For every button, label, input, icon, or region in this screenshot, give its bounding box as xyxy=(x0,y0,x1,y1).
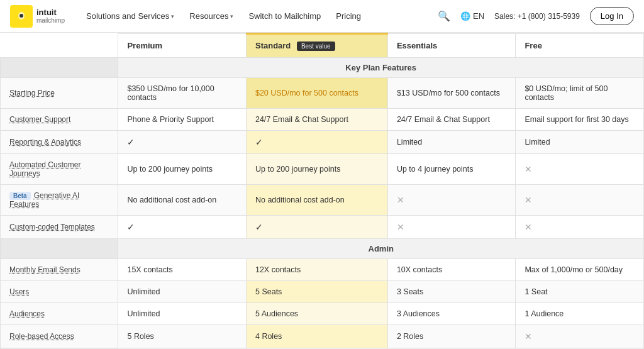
pricing-table: Premium Standard Best value Essentials F… xyxy=(0,33,644,349)
standard-cell: 5 Seats xyxy=(246,281,387,303)
nav-switch[interactable]: Switch to Mailchimp xyxy=(242,8,327,25)
login-button[interactable]: Log In xyxy=(590,7,634,25)
highlight-value: $20 USD/mo for 500 contacts xyxy=(255,89,358,97)
pricing-table-wrapper: Premium Standard Best value Essentials F… xyxy=(0,33,644,349)
cell-value: 1 Audience xyxy=(525,309,564,318)
table-row: Role-based Access5 Roles4 Roles2 Roles✕ xyxy=(1,325,644,348)
standard-cell: 5 Audiences xyxy=(246,303,387,325)
nav-solutions[interactable]: Solutions and Services ▾ xyxy=(80,8,180,25)
feature-label: Monthly Email Sends xyxy=(9,265,80,274)
standard-cell: 12X contacts xyxy=(246,259,387,281)
premium-cell: 15X contacts xyxy=(118,259,247,281)
feature-label: Automated Customer Journeys xyxy=(9,160,80,178)
cell-value: Max of 1,000/mo or 500/day xyxy=(525,265,623,274)
feature-cell: BetaGenerative AI Features xyxy=(1,185,118,216)
chevron-down-icon: ▾ xyxy=(171,13,174,19)
globe-icon[interactable]: 🌐 EN xyxy=(460,11,484,21)
free-cell: Email support for first 30 days xyxy=(516,109,644,131)
free-cell: 1 Seat xyxy=(516,281,644,303)
essentials-cell: 24/7 Email & Chat Support xyxy=(387,109,516,131)
cell-value: Up to 4 journey points xyxy=(397,165,474,174)
cell-value: 12X contacts xyxy=(255,265,301,274)
best-value-badge: Best value xyxy=(297,42,335,51)
feature-cell: Customer Support xyxy=(1,109,118,131)
cell-value: 5 Roles xyxy=(127,332,153,341)
premium-cell: $350 USD/mo for 10,000 contacts xyxy=(118,78,247,109)
feature-label: Audiences xyxy=(9,309,45,318)
section-header-1: Admin xyxy=(1,239,644,259)
section-title: Admin xyxy=(118,239,644,259)
check-icon: ✓ xyxy=(127,222,135,232)
premium-cell: ✓ xyxy=(118,216,247,239)
column-header-premium: Premium xyxy=(118,34,247,58)
search-icon[interactable]: 🔍 xyxy=(438,10,450,22)
feature-label: Starting Price xyxy=(9,89,55,97)
section-header-spacer xyxy=(1,58,118,78)
cross-icon: ✕ xyxy=(525,195,532,205)
standard-cell: 24/7 Email & Chat Support xyxy=(246,109,387,131)
sales-number: Sales: +1 (800) 315-5939 xyxy=(494,12,580,21)
premium-cell: Unlimited xyxy=(118,303,247,325)
cell-value: 2 Roles xyxy=(397,332,423,341)
cross-icon: ✕ xyxy=(525,222,532,232)
premium-cell: Up to 200 journey points xyxy=(118,154,247,185)
table-row: Reporting & Analytics✓✓LimitedLimited xyxy=(1,131,644,154)
table-row: Automated Customer JourneysUp to 200 jou… xyxy=(1,154,644,185)
standard-cell: Up to 200 journey points xyxy=(246,154,387,185)
free-cell: ✕ xyxy=(516,325,644,348)
essentials-cell: Limited xyxy=(387,131,516,154)
beta-badge: Beta xyxy=(9,192,31,200)
check-icon: ✓ xyxy=(255,137,263,147)
cell-value: 1 Seat xyxy=(525,287,547,296)
section-header-spacer xyxy=(1,239,118,259)
feature-cell: Custom-coded Templates xyxy=(1,216,118,239)
essentials-cell: 2 Roles xyxy=(387,325,516,348)
nav-resources[interactable]: Resources ▾ xyxy=(183,8,240,25)
column-header-feature xyxy=(1,34,118,58)
feature-cell: Starting Price xyxy=(1,78,118,109)
feature-cell: Automated Customer Journeys xyxy=(1,154,118,185)
cell-value: 5 Seats xyxy=(255,287,282,296)
feature-label: Role-based Access xyxy=(9,332,74,341)
cell-value: Unlimited xyxy=(127,309,160,318)
cell-value: 10X contacts xyxy=(397,265,442,274)
cell-value: 24/7 Email & Chat Support xyxy=(255,115,348,124)
essentials-cell: Up to 4 journey points xyxy=(387,154,516,185)
cell-value: Limited xyxy=(525,138,550,147)
cell-value: 15X contacts xyxy=(127,265,172,274)
cell-value: Unlimited xyxy=(127,287,160,296)
logo[interactable]: intuit mailchimp xyxy=(10,5,65,28)
premium-cell: 5 Roles xyxy=(118,325,247,348)
table-row: AudiencesUnlimited5 Audiences3 Audiences… xyxy=(1,303,644,325)
free-cell: 1 Audience xyxy=(516,303,644,325)
logo-sub-name: mailchimp xyxy=(36,17,65,24)
nav-pricing[interactable]: Pricing xyxy=(330,8,367,25)
standard-cell: No additional cost add-on xyxy=(246,185,387,216)
cell-value: No additional cost add-on xyxy=(127,196,216,204)
logo-icon xyxy=(10,5,33,28)
check-icon: ✓ xyxy=(127,137,135,147)
essentials-cell: 10X contacts xyxy=(387,259,516,281)
feature-label: Customer Support xyxy=(9,115,70,124)
cell-value: 3 Audiences xyxy=(397,309,440,318)
cell-value: 4 Roles xyxy=(255,332,282,341)
free-cell: Max of 1,000/mo or 500/day xyxy=(516,259,644,281)
cell-value: $350 USD/mo for 10,000 contacts xyxy=(127,84,214,102)
table-row: BetaGenerative AI FeaturesNo additional … xyxy=(1,185,644,216)
table-row: Starting Price$350 USD/mo for 10,000 con… xyxy=(1,78,644,109)
free-cell: Limited xyxy=(516,131,644,154)
free-cell: ✕ xyxy=(516,216,644,239)
column-header-free: Free xyxy=(516,34,644,58)
table-row: Monthly Email Sends15X contacts12X conta… xyxy=(1,259,644,281)
section-header-0: Key Plan Features xyxy=(1,58,644,78)
standard-cell: ✓ xyxy=(246,131,387,154)
cell-value: Up to 200 journey points xyxy=(127,165,213,174)
cross-icon: ✕ xyxy=(397,222,404,232)
cell-value: Email support for first 30 days xyxy=(525,115,628,124)
standard-cell: $20 USD/mo for 500 contacts xyxy=(246,78,387,109)
free-cell: $0 USD/mo; limit of 500 contacts xyxy=(516,78,644,109)
logo-brand-name: intuit xyxy=(36,8,65,17)
nav-links: Solutions and Services ▾ Resources ▾ Swi… xyxy=(80,8,438,25)
cell-value: No additional cost add-on xyxy=(255,196,345,204)
feature-cell: Monthly Email Sends xyxy=(1,259,118,281)
